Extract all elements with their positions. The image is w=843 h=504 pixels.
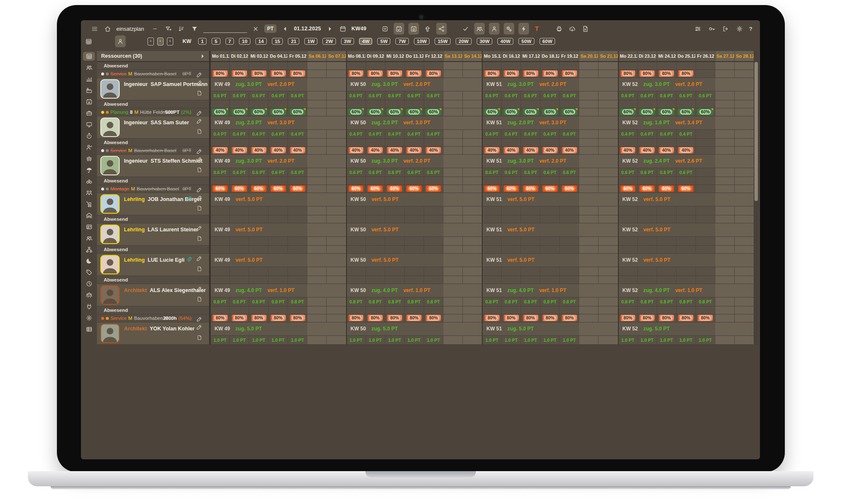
day-value-cell[interactable]: 1.0 PT bbox=[482, 336, 501, 345]
absence-cell[interactable] bbox=[482, 246, 501, 254]
allocation-cell[interactable]: 60% bbox=[618, 185, 637, 193]
allocation-cell[interactable]: 80% bbox=[346, 314, 365, 322]
absence-cell[interactable] bbox=[424, 177, 443, 185]
absence-cell[interactable] bbox=[695, 306, 715, 314]
allocation-badge[interactable]: 80% bbox=[426, 70, 441, 77]
day-value-cell[interactable]: 1.0 PT bbox=[501, 336, 521, 345]
allocation-cell[interactable] bbox=[307, 108, 326, 116]
day-value-cell[interactable] bbox=[326, 91, 346, 100]
allocation-cell[interactable] bbox=[715, 108, 734, 116]
absence-cell[interactable] bbox=[695, 215, 715, 223]
allocation-cell[interactable]: 40% bbox=[404, 147, 424, 155]
absence-cell[interactable] bbox=[443, 246, 462, 254]
week-summary-cell[interactable]: KW 49zug. 3.0 PTverf. 2.0 PT bbox=[210, 78, 346, 91]
allocation-cell[interactable]: 40% bbox=[249, 147, 268, 155]
search-resources-icon[interactable] bbox=[83, 177, 95, 186]
depot-icon[interactable] bbox=[83, 211, 95, 220]
week-summary-cell[interactable]: KW 49zug. 5.0 PT bbox=[210, 322, 346, 336]
allocation-cell[interactable] bbox=[715, 147, 734, 155]
allocation-cell[interactable]: 60% bbox=[346, 108, 365, 116]
day-header[interactable]: Fr 26.12 bbox=[695, 51, 715, 62]
allocation-badge[interactable]: 60% bbox=[639, 109, 655, 115]
absence-cell[interactable] bbox=[676, 62, 695, 70]
absence-cell[interactable] bbox=[424, 215, 443, 223]
day-value-cell[interactable] bbox=[229, 267, 249, 276]
allocation-badge[interactable]: 80% bbox=[349, 70, 363, 77]
allocation-cell[interactable]: 80% bbox=[618, 70, 637, 78]
day-value-cell[interactable]: 0.6 PT bbox=[346, 168, 365, 177]
avatar[interactable] bbox=[100, 225, 120, 244]
day-value-cell[interactable] bbox=[326, 336, 346, 345]
absence-cell[interactable] bbox=[579, 215, 598, 223]
absence-cell[interactable] bbox=[598, 276, 617, 284]
allocation-cell[interactable] bbox=[598, 314, 617, 322]
flow-button[interactable] bbox=[436, 23, 447, 35]
allocation-cell[interactable]: 80% bbox=[618, 314, 637, 322]
day-header[interactable]: Mo 15.12 bbox=[482, 51, 501, 62]
absence-cell[interactable] bbox=[501, 276, 521, 284]
absence-cell[interactable] bbox=[598, 306, 617, 314]
absence-cell[interactable] bbox=[559, 276, 579, 284]
filter-add-icon[interactable] bbox=[164, 23, 173, 35]
day-value-cell[interactable] bbox=[307, 91, 326, 100]
day-value-cell[interactable] bbox=[715, 237, 734, 246]
day-header[interactable]: Mi 03.12 bbox=[249, 51, 268, 62]
day-header[interactable]: Mo 08.12 bbox=[346, 51, 365, 62]
zoom-preset-30w[interactable]: 30W bbox=[477, 38, 493, 45]
day-header[interactable]: Fr 19.12 bbox=[559, 51, 579, 62]
day-value-cell[interactable]: 0.6 PT bbox=[540, 168, 559, 177]
day-value-cell[interactable]: 0.4 PT bbox=[210, 130, 229, 139]
absence-cell[interactable] bbox=[482, 276, 501, 284]
allocation-cell[interactable]: 40% bbox=[385, 147, 404, 155]
allocation-badge[interactable]: 80% bbox=[698, 315, 713, 321]
absence-cell[interactable] bbox=[618, 276, 637, 284]
day-value-cell[interactable] bbox=[210, 206, 229, 215]
allocation-badge[interactable]: 80% bbox=[659, 70, 674, 77]
absence-cell[interactable] bbox=[443, 276, 462, 284]
allocation-cell[interactable]: 40% bbox=[540, 147, 559, 155]
allocation-cell[interactable]: 60% bbox=[559, 108, 579, 116]
day-value-cell[interactable]: 0.4 PT bbox=[268, 130, 287, 139]
allocation-badge[interactable]: 80% bbox=[562, 70, 577, 77]
absence-cell[interactable] bbox=[365, 139, 385, 147]
list-view-icon[interactable] bbox=[83, 325, 95, 334]
allocation-cell[interactable] bbox=[326, 185, 346, 193]
allocation-badge[interactable]: 60% bbox=[504, 109, 519, 115]
day-value-cell[interactable] bbox=[443, 336, 462, 345]
allocation-cell[interactable] bbox=[715, 185, 734, 193]
absence-cell[interactable] bbox=[346, 177, 365, 185]
absence-cell[interactable] bbox=[521, 100, 540, 108]
day-header[interactable]: Sa 20.12 bbox=[579, 51, 598, 62]
resources-icon[interactable] bbox=[83, 63, 95, 72]
day-header[interactable]: So 28.12 bbox=[734, 51, 754, 62]
allocation-cell[interactable]: 40% bbox=[346, 147, 365, 155]
day-value-cell[interactable] bbox=[346, 206, 365, 215]
allocation-cell[interactable]: 80% bbox=[482, 70, 501, 78]
absence-cell[interactable] bbox=[210, 276, 229, 284]
preferences-sliders-icon[interactable] bbox=[693, 23, 702, 35]
day-header[interactable]: So 21.12 bbox=[598, 51, 617, 62]
absence-cell[interactable] bbox=[521, 62, 540, 70]
absence-cell[interactable] bbox=[540, 62, 559, 70]
allocation-badge[interactable]: 80% bbox=[232, 70, 247, 77]
week-summary-cell[interactable]: KW 49zug. 2.0 PTverf. 3.0 PT bbox=[210, 116, 346, 130]
help-button[interactable]: ? bbox=[749, 26, 752, 32]
resource-row-label[interactable]: IngenieurSAP Samuel Portmann bbox=[97, 78, 209, 100]
prev-date-icon[interactable] bbox=[281, 23, 290, 35]
absence-cell[interactable] bbox=[579, 100, 598, 108]
key-icon[interactable] bbox=[707, 23, 716, 35]
day-value-cell[interactable] bbox=[385, 267, 404, 276]
absence-cell[interactable] bbox=[540, 215, 559, 223]
allocation-badge[interactable]: 80% bbox=[542, 70, 558, 77]
absence-cell[interactable] bbox=[462, 139, 482, 147]
allocation-cell[interactable]: 80% bbox=[482, 314, 501, 322]
absence-cell[interactable] bbox=[540, 100, 559, 108]
day-value-cell[interactable] bbox=[424, 206, 443, 215]
absence-cell[interactable] bbox=[249, 306, 268, 314]
day-value-cell[interactable]: 0.6 PT bbox=[268, 168, 287, 177]
allocation-badge[interactable]: 60% bbox=[212, 185, 227, 192]
allocation-badge[interactable]: 80% bbox=[251, 315, 266, 321]
day-value-cell[interactable] bbox=[501, 237, 521, 246]
absence-cell[interactable] bbox=[249, 215, 268, 223]
allocation-cell[interactable]: 40% bbox=[559, 147, 579, 155]
